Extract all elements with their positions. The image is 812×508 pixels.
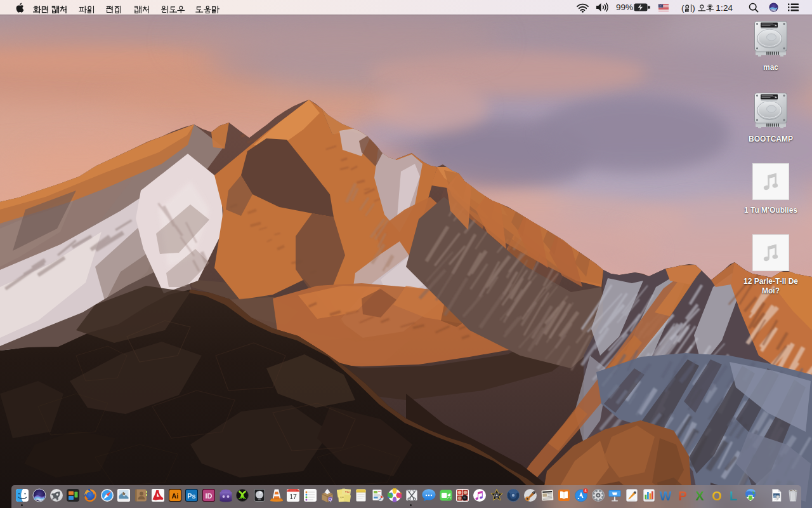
svg-text:L: L [730,489,737,503]
svg-text:O: O [712,489,722,503]
svg-text:Q: Q [328,497,332,502]
svg-text:Ps: Ps [187,492,195,500]
svg-text:17: 17 [290,493,298,500]
svg-text:Plan: Plan [345,490,350,493]
svg-text:PDF: PDF [774,498,778,501]
svg-text:ID: ID [205,492,212,500]
svg-text:W: W [660,489,672,503]
svg-text:X: X [695,489,704,503]
svg-text:Ai: Ai [171,492,178,500]
svg-text:P: P [678,489,686,503]
svg-text:note: note [340,496,344,498]
svg-text:4: 4 [584,488,587,493]
